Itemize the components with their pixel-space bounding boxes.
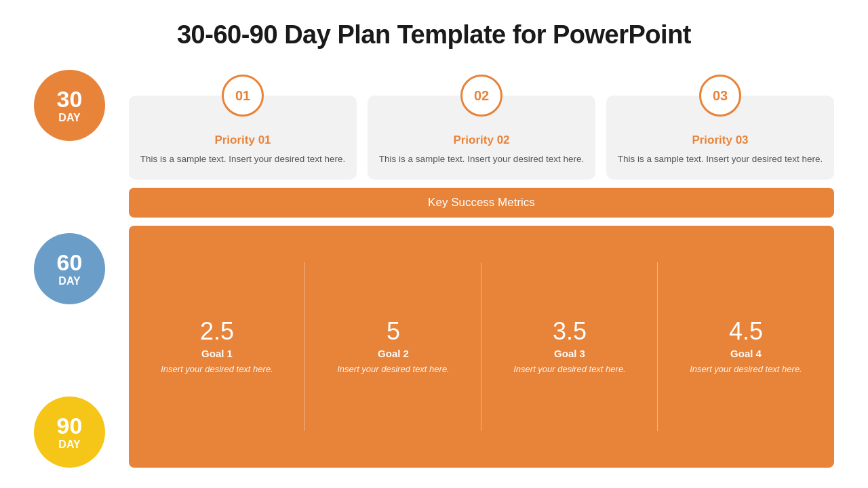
goal-cell-1: 2.5 Goal 1 Insert your desired text here… bbox=[129, 226, 305, 468]
right-column: 01 Priority 01 This is a sample text. In… bbox=[129, 70, 834, 468]
goal-cell-2: 5 Goal 2 Insert your desired text here. bbox=[305, 226, 481, 468]
priority-1-text: This is a sample text. Insert your desir… bbox=[140, 152, 345, 166]
day-60-circle: 60 DAY bbox=[34, 233, 105, 304]
priorities-row: 01 Priority 01 This is a sample text. In… bbox=[129, 96, 834, 180]
priority-circle-1: 01 bbox=[222, 75, 264, 117]
goal-1-text: Insert your desired text here. bbox=[161, 363, 273, 376]
goal-3-number: 3.5 bbox=[553, 318, 587, 345]
priority-1-title: Priority 01 bbox=[214, 134, 271, 147]
priority-card-3-inner: Priority 03 This is a sample text. Inser… bbox=[618, 134, 823, 166]
goal-cell-4: 4.5 Goal 4 Insert your desired text here… bbox=[658, 226, 834, 468]
goal-2-text: Insert your desired text here. bbox=[337, 363, 449, 376]
day-60-label: DAY bbox=[58, 275, 80, 287]
goal-2-number: 5 bbox=[387, 318, 400, 345]
goal-1-title: Goal 1 bbox=[201, 348, 233, 359]
priority-3-text: This is a sample text. Insert your desir… bbox=[618, 152, 823, 166]
priority-card-1-inner: Priority 01 This is a sample text. Inser… bbox=[140, 134, 345, 166]
goal-1-number: 2.5 bbox=[200, 318, 234, 345]
day-30-circle: 30 DAY bbox=[34, 70, 105, 141]
priority-card-2-inner: Priority 02 This is a sample text. Inser… bbox=[379, 134, 584, 166]
day-circles-column: 30 DAY 60 DAY 90 DAY bbox=[34, 70, 108, 468]
goal-3-text: Insert your desired text here. bbox=[513, 363, 625, 376]
metrics-banner: Key Success Metrics bbox=[129, 188, 834, 218]
goal-4-number: 4.5 bbox=[729, 318, 763, 345]
priority-card-2: 02 Priority 02 This is a sample text. In… bbox=[368, 96, 595, 180]
priority-2-text: This is a sample text. Insert your desir… bbox=[379, 152, 584, 166]
priority-card-3: 03 Priority 03 This is a sample text. In… bbox=[606, 96, 834, 180]
priority-card-1: 01 Priority 01 This is a sample text. In… bbox=[129, 96, 357, 180]
day-90-number: 90 bbox=[57, 413, 83, 439]
day-60-number: 60 bbox=[57, 250, 83, 275]
day-30-label: DAY bbox=[58, 112, 80, 124]
day-30-number: 30 bbox=[57, 87, 83, 112]
priority-2-title: Priority 02 bbox=[453, 134, 509, 147]
main-content: 30 DAY 60 DAY 90 DAY 01 Priority 01 This… bbox=[34, 70, 834, 468]
goal-3-title: Goal 3 bbox=[554, 348, 585, 359]
goals-row: 2.5 Goal 1 Insert your desired text here… bbox=[129, 226, 834, 468]
priorities-wrapper: 01 Priority 01 This is a sample text. In… bbox=[129, 70, 834, 180]
priority-3-title: Priority 03 bbox=[692, 134, 748, 147]
goal-2-title: Goal 2 bbox=[378, 348, 409, 359]
day-90-label: DAY bbox=[58, 439, 80, 451]
goal-cell-3: 3.5 Goal 3 Insert your desired text here… bbox=[481, 226, 658, 468]
priority-circle-3: 03 bbox=[699, 75, 741, 117]
day-90-circle: 90 DAY bbox=[34, 396, 105, 468]
priority-circle-2: 02 bbox=[460, 75, 502, 117]
goal-4-text: Insert your desired text here. bbox=[690, 363, 802, 376]
goal-4-title: Goal 4 bbox=[730, 348, 762, 359]
page-title: 30-60-90 Day Plan Template for PowerPoin… bbox=[34, 20, 834, 49]
